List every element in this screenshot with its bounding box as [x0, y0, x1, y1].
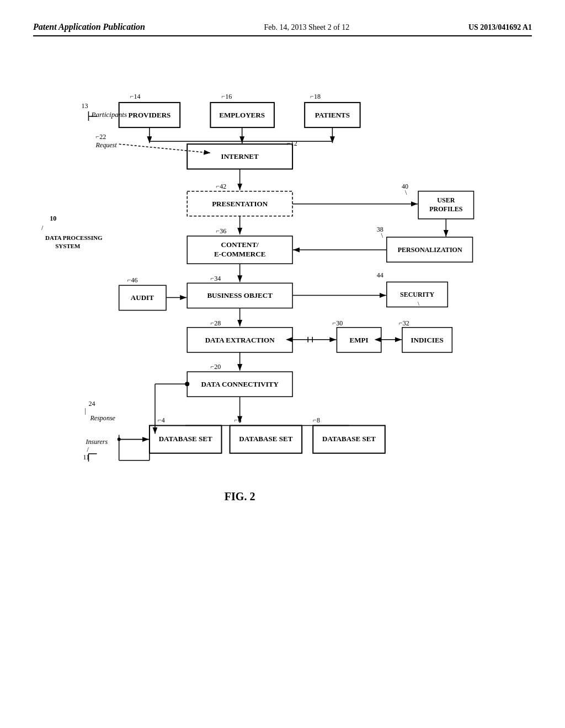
svg-text:FIG. 2: FIG. 2: [225, 490, 255, 502]
svg-text:PRESENTATION: PRESENTATION: [212, 200, 268, 208]
svg-text:⌐30: ⌐30: [332, 319, 343, 327]
svg-text:DATA CONNECTIVITY: DATA CONNECTIVITY: [201, 380, 279, 388]
svg-line-23: [119, 144, 211, 153]
svg-text:DATABASE SET: DATABASE SET: [159, 435, 212, 443]
page: Patent Application Publication Feb. 14, …: [0, 0, 565, 728]
svg-text:SECURITY: SECURITY: [400, 291, 435, 298]
diagram-svg: Participants 13 ⌐14 PROVIDERS ⌐16 EMPLOY…: [33, 47, 532, 676]
svg-text:USER: USER: [437, 196, 455, 204]
svg-text:44: 44: [377, 271, 383, 279]
svg-text:⌐6: ⌐6: [234, 416, 242, 424]
svg-text:⌐14: ⌐14: [130, 93, 141, 100]
svg-text:⌐20: ⌐20: [210, 363, 221, 371]
svg-text:⌐8: ⌐8: [313, 416, 320, 424]
svg-text:10: 10: [50, 215, 56, 222]
svg-text:EMPLOYERS: EMPLOYERS: [219, 111, 265, 119]
svg-text:24: 24: [88, 400, 95, 408]
svg-text:|: |: [84, 407, 86, 415]
svg-text:E-COMMERCE: E-COMMERCE: [214, 250, 266, 258]
header-right: US 2013/041692 A1: [468, 23, 532, 32]
svg-text:⌐4: ⌐4: [158, 416, 165, 424]
svg-text:PROFILES: PROFILES: [429, 205, 463, 213]
svg-text:/: /: [41, 224, 44, 232]
svg-text:EMPI: EMPI: [350, 336, 369, 344]
svg-text:⌐22: ⌐22: [96, 133, 106, 141]
svg-text:/: /: [87, 446, 89, 453]
svg-text:DATA PROCESSING: DATA PROCESSING: [45, 234, 103, 241]
svg-text:DATABASE SET: DATABASE SET: [322, 435, 376, 443]
header-left: Patent Application Publication: [33, 22, 145, 32]
svg-text:INDICIES: INDICIES: [411, 336, 443, 344]
participants-label: Participants: [90, 110, 127, 119]
svg-text:⌐42: ⌐42: [216, 183, 226, 190]
svg-text:BUSINESS OBJECT: BUSINESS OBJECT: [207, 291, 273, 299]
diagram-container: Participants 13 ⌐14 PROVIDERS ⌐16 EMPLOY…: [33, 47, 532, 676]
svg-text:⌐32: ⌐32: [399, 319, 409, 327]
svg-text:Request: Request: [95, 141, 118, 149]
svg-text:⌐18: ⌐18: [310, 93, 321, 100]
svg-point-89: [185, 382, 189, 386]
svg-text:PATIENTS: PATIENTS: [315, 111, 350, 119]
svg-text:⌐36: ⌐36: [216, 227, 226, 235]
svg-text:PERSONALIZATION: PERSONALIZATION: [398, 246, 462, 254]
svg-text:⌐46: ⌐46: [127, 276, 138, 284]
header: Patent Application Publication Feb. 14, …: [33, 22, 532, 36]
svg-text:PROVIDERS: PROVIDERS: [129, 111, 171, 119]
svg-text:AUDIT: AUDIT: [131, 294, 154, 302]
svg-text:SYSTEM: SYSTEM: [55, 243, 81, 249]
svg-text:DATA EXTRACTION: DATA EXTRACTION: [205, 336, 275, 344]
svg-text:Response: Response: [89, 414, 115, 422]
svg-text:INTERNET: INTERNET: [221, 152, 259, 160]
svg-text:Insurers: Insurers: [85, 438, 108, 446]
svg-text:⌐16: ⌐16: [222, 93, 232, 100]
svg-text:13: 13: [81, 102, 88, 110]
header-middle: Feb. 14, 2013 Sheet 2 of 12: [264, 23, 350, 32]
svg-text:CONTENT/: CONTENT/: [221, 240, 259, 249]
svg-text:DATABASE SET: DATABASE SET: [239, 435, 292, 443]
svg-text:⌐28: ⌐28: [210, 319, 221, 327]
svg-text:\: \: [418, 300, 420, 307]
svg-text:⌐34: ⌐34: [210, 275, 221, 282]
